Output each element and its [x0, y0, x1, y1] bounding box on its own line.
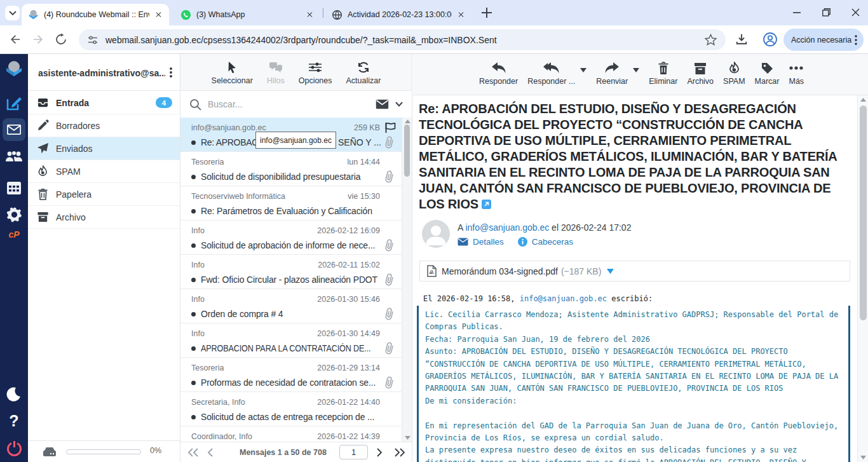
more-button[interactable]: Más [789, 54, 804, 95]
quote-line [425, 407, 848, 419]
search-scope-chevron-icon[interactable] [395, 102, 403, 107]
tab-close-icon[interactable] [304, 10, 315, 20]
profile-avatar-icon[interactable] [763, 32, 778, 47]
chrome-action-needed-button[interactable]: Acción necesaria [783, 29, 864, 51]
archive-button[interactable]: Archivo [687, 54, 714, 95]
compose-icon[interactable] [0, 95, 28, 111]
settings-nav-icon[interactable] [0, 207, 28, 222]
message-row[interactable]: Info2026-02-12 16:09 Solicitud de aproba… [180, 221, 402, 255]
message-subject-header: Re: APROBACIÓN DEL ESTUDIO, DISEÑO Y DES… [419, 101, 847, 212]
threads-icon [269, 62, 283, 74]
mark-button[interactable]: Marcar [755, 54, 780, 95]
bookmark-star-icon[interactable] [705, 34, 717, 46]
next-page-icon[interactable] [376, 448, 383, 457]
scroll-down-icon[interactable] [405, 436, 410, 440]
view-scroll-thumb[interactable] [860, 105, 867, 320]
folder-borradores[interactable]: Borradores [28, 114, 180, 137]
unread-dot [191, 415, 196, 419]
scroll-down-icon[interactable] [860, 456, 866, 459]
pencil-icon [37, 119, 49, 132]
folder-papelera[interactable]: Papelera [28, 183, 180, 206]
logout-icon[interactable] [0, 440, 28, 456]
prev-page-icon[interactable] [207, 448, 214, 457]
browser-menu-icon[interactable] [855, 35, 857, 45]
tab-actividad[interactable]: Actividad 2026-02-23 13:00:00 [325, 4, 471, 25]
list-scroll-thumb[interactable] [404, 125, 410, 177]
quota-progress [66, 449, 141, 454]
tab-whatsapp[interactable]: (3) WhatsApp [174, 4, 320, 25]
minimize-button[interactable] [784, 0, 810, 24]
close-window-button[interactable] [843, 0, 868, 24]
message-row[interactable]: Info2026-02-11 15:02 Fwd: Oficio Circula… [180, 255, 402, 289]
message-view-panel: Responder Responder ... Reenviar Elimina… [413, 54, 868, 462]
mail-filter-icon[interactable] [376, 99, 389, 109]
folder-label: SPAM [56, 166, 180, 177]
reply-all-button[interactable]: Responder ... [527, 54, 575, 95]
scroll-up-icon[interactable] [860, 98, 866, 102]
page-input[interactable]: 1 [339, 445, 368, 459]
cpanel-icon[interactable]: cP [0, 229, 28, 240]
details-envelope-icon [458, 238, 468, 246]
folder-spam[interactable]: SPAM [28, 160, 180, 183]
details-link[interactable]: Detalles [473, 237, 504, 247]
app-rail: cP ? [0, 54, 28, 462]
account-menu-icon[interactable] [170, 67, 172, 78]
spam-button[interactable]: SPAM [723, 54, 745, 95]
message-row[interactable]: Tesoreria2026-01-29 13:14 Proformas de n… [180, 358, 402, 392]
url-bar[interactable]: webmail.sanjuan.gob.ec/cpsess1364244002/… [79, 29, 726, 50]
recipient-email-link[interactable]: info@sanjuan.gob.ec [465, 222, 549, 233]
tab-close-icon[interactable] [153, 10, 164, 20]
mail-nav-icon[interactable] [0, 118, 28, 141]
tab-search-button[interactable] [5, 6, 20, 20]
folder-label: Entrada [56, 98, 156, 108]
last-page-icon[interactable] [394, 448, 405, 457]
download-icon[interactable] [735, 33, 748, 46]
message-row[interactable]: Tecnoserviweb Informáticavie 15:30 Re: P… [180, 186, 402, 221]
first-page-icon[interactable] [187, 448, 199, 457]
sender-email-link[interactable]: info@sanjuan.gob.ec [520, 294, 607, 303]
message-row[interactable]: Info2026-01-30 15:46 Orden de compra # 4 [180, 289, 402, 323]
message-sender: Info [191, 226, 317, 235]
folder-enviados[interactable]: Enviados [28, 137, 180, 160]
headers-link[interactable]: Cabeceras [532, 237, 573, 247]
forward-button[interactable]: Reenviar [596, 54, 628, 95]
attachment-menu-icon[interactable] [607, 269, 614, 274]
options-button[interactable]: Opciones [299, 54, 332, 90]
message-sender: Info [191, 261, 318, 269]
tab-roundcube[interactable]: (4) Roundcube Webmail :: Envia [22, 4, 169, 25]
refresh-button[interactable]: Actualizar [346, 54, 381, 90]
calendar-nav-icon[interactable] [0, 180, 28, 195]
reload-button[interactable] [55, 33, 67, 46]
delete-button[interactable]: Eliminar [649, 54, 677, 95]
contacts-nav-icon[interactable] [0, 151, 28, 163]
forward-button[interactable] [32, 33, 44, 46]
back-button[interactable] [9, 33, 22, 46]
scroll-up-icon[interactable] [405, 119, 410, 123]
threads-button[interactable]: Hilos [267, 54, 285, 90]
reply-button[interactable]: Responder [479, 54, 518, 95]
help-icon[interactable]: ? [0, 412, 28, 430]
folder-entrada[interactable]: Entrada 4 [28, 92, 180, 114]
reply-all-menu-icon[interactable] [580, 68, 587, 72]
dark-mode-icon[interactable] [0, 386, 28, 402]
message-row[interactable]: Secretaria, Info2026-01-22 14:40 Solicit… [180, 392, 402, 426]
message-row[interactable]: Info2026-01-30 14:49 APROBACION PARA LA … [180, 323, 402, 358]
view-scrollbar[interactable] [857, 95, 868, 462]
quote-line: GRADERÍOS METÁLICOS, ILUMINACIÓN, BAR Y … [425, 370, 848, 383]
attachment-icon [384, 136, 395, 149]
folder-archivo[interactable]: Archivo [28, 206, 180, 229]
select-button[interactable]: Seleccionar [212, 54, 253, 90]
new-tab-button[interactable] [481, 7, 492, 18]
search-bar[interactable]: Buscar... [180, 91, 412, 118]
attachment-item[interactable]: Memorándum 034-signed.pdf (~187 KB) [419, 261, 850, 282]
restore-button[interactable] [813, 0, 839, 24]
message-row[interactable]: Tesorerialun 14:44 Solicitud de disponib… [180, 152, 402, 186]
tab-close-icon[interactable] [456, 10, 466, 20]
message-subject: Orden de compra # 4 [201, 309, 383, 319]
flag-icon[interactable] [384, 122, 397, 133]
forward-menu-icon[interactable] [633, 68, 639, 72]
external-link-icon[interactable] [482, 200, 491, 209]
site-settings-icon[interactable] [88, 35, 98, 45]
list-scrollbar[interactable] [402, 118, 412, 442]
quote-line: La presente expresa nuestro deseo de éxi… [425, 444, 848, 456]
